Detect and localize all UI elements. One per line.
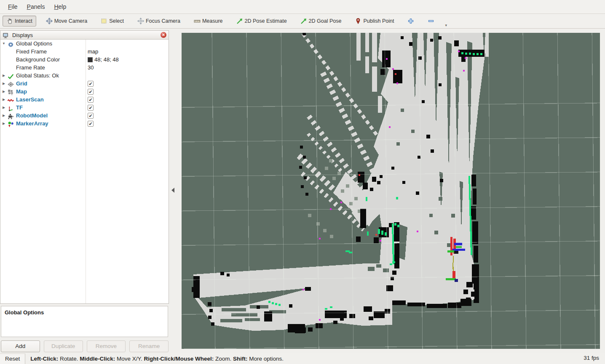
panel-title: Displays bbox=[12, 32, 161, 38]
row-value[interactable]: ✔ bbox=[88, 80, 94, 88]
expander-right-icon[interactable]: ▶ bbox=[0, 74, 7, 77]
row-label: Global Status: Ok bbox=[16, 72, 59, 79]
row-value[interactable]: ✔ bbox=[88, 112, 94, 120]
tree-row-robotmodel[interactable]: ▶RobotModel✔ bbox=[0, 112, 169, 120]
enabled-checkbox[interactable]: ✔ bbox=[88, 89, 94, 95]
tool-label: Select bbox=[109, 18, 124, 24]
row-label: Map bbox=[16, 88, 27, 95]
row-label: Fixed Frame bbox=[16, 48, 47, 55]
tree-row-grid[interactable]: ▶Grid✔ bbox=[0, 80, 169, 88]
enabled-checkbox[interactable]: ✔ bbox=[88, 121, 94, 127]
laserscan-icon bbox=[7, 97, 14, 103]
expander-right-icon[interactable]: ▶ bbox=[0, 114, 7, 117]
markerarray-icon bbox=[7, 121, 14, 127]
row-value[interactable]: ✔ bbox=[88, 120, 94, 128]
enabled-checkbox[interactable]: ✔ bbox=[88, 113, 94, 119]
close-icon[interactable]: ✕ bbox=[161, 32, 166, 38]
tool-label: Measure bbox=[202, 18, 223, 24]
reset-button[interactable]: Reset bbox=[0, 353, 25, 364]
row-value[interactable]: ✔ bbox=[88, 96, 94, 104]
mouse-hints: Left-Click: Rotate. Middle-Click: Move X… bbox=[30, 356, 284, 362]
displays-panel-header[interactable]: Displays ✕ bbox=[0, 31, 169, 40]
expander-down-icon[interactable]: ▼ bbox=[0, 42, 7, 45]
selection-help-title: Global Options bbox=[5, 309, 164, 316]
3d-viewport[interactable] bbox=[182, 33, 600, 349]
tool-2d-goal-pose[interactable]: 2D Goal Pose bbox=[297, 16, 345, 27]
hint-action: Rotate. bbox=[58, 356, 80, 362]
robot-icon bbox=[7, 113, 14, 119]
row-value[interactable]: ✔ bbox=[88, 104, 94, 112]
row-label: Frame Rate bbox=[16, 64, 45, 71]
tree-row-markerarray[interactable]: ▶MarkerArray✔ bbox=[0, 120, 169, 128]
expander-right-icon[interactable]: ▶ bbox=[0, 106, 7, 109]
menu-item-help[interactable]: Help bbox=[49, 1, 71, 12]
tool-measure[interactable]: Measure bbox=[190, 16, 227, 27]
menu-item-panels[interactable]: Panels bbox=[22, 1, 50, 12]
map-pin-icon bbox=[355, 18, 361, 24]
hand-cursor-icon bbox=[6, 18, 13, 24]
add-button[interactable]: Add bbox=[1, 340, 40, 352]
selection-help-box: Global Options bbox=[1, 306, 168, 337]
tool-publish-point[interactable]: Publish Point bbox=[351, 16, 398, 27]
tree-row-map[interactable]: ▶Map✔ bbox=[0, 88, 169, 96]
row-label: RobotModel bbox=[16, 112, 48, 119]
row-label: LaserScan bbox=[16, 96, 44, 103]
rename-button: Rename bbox=[129, 340, 169, 352]
hint-action: Move X/Y. bbox=[115, 356, 144, 362]
row-value[interactable]: 48; 48; 48 bbox=[88, 56, 119, 64]
expander-right-icon[interactable]: ▶ bbox=[0, 122, 7, 125]
tool-label: Interact bbox=[15, 18, 32, 24]
remove-button: Remove bbox=[87, 340, 126, 352]
move-arrows-icon bbox=[46, 18, 53, 24]
hint-key: Left-Click: bbox=[30, 356, 58, 362]
grid-icon bbox=[7, 81, 14, 87]
tool-label: 2D Goal Pose bbox=[309, 18, 342, 24]
panel-collapse-arrow-icon[interactable] bbox=[171, 188, 174, 193]
enabled-checkbox[interactable]: ✔ bbox=[88, 97, 94, 103]
tf-icon bbox=[7, 105, 14, 111]
value-text: 30 bbox=[88, 64, 94, 71]
tree-row-laserscan[interactable]: ▶LaserScan✔ bbox=[0, 96, 169, 104]
tool-2d-pose-estimate[interactable]: 2D Pose Estimate bbox=[233, 16, 291, 27]
tool-focus-camera[interactable]: Focus Camera bbox=[134, 16, 184, 27]
hint-key: Shift: bbox=[233, 356, 248, 362]
ruler-icon bbox=[194, 18, 201, 24]
row-value[interactable]: map bbox=[88, 48, 98, 56]
tool-label: 2D Pose Estimate bbox=[245, 18, 287, 24]
tool-[interactable] bbox=[424, 16, 438, 27]
expander-right-icon[interactable]: ▶ bbox=[0, 98, 7, 101]
hint-action: More options. bbox=[247, 356, 284, 362]
toolbar-overflow-chevron-icon[interactable]: ▾ bbox=[445, 23, 447, 28]
tool-label: Focus Camera bbox=[146, 18, 180, 24]
plus-icon bbox=[407, 18, 414, 24]
row-label: MarkerArray bbox=[16, 120, 48, 127]
fps-counter: 31 fps bbox=[584, 355, 599, 361]
tool-label: Publish Point bbox=[363, 18, 394, 24]
green-arrow-icon bbox=[300, 18, 307, 24]
tool-interact[interactable]: Interact bbox=[3, 16, 36, 27]
enabled-checkbox[interactable]: ✔ bbox=[88, 105, 94, 111]
expander-right-icon[interactable]: ▶ bbox=[0, 82, 7, 85]
expander-right-icon[interactable]: ▶ bbox=[0, 90, 7, 93]
displays-tree: ▼Global OptionsFixed FramemapBackground … bbox=[0, 40, 169, 303]
tool-select[interactable]: Select bbox=[97, 16, 128, 27]
tool-move-camera[interactable]: Move Camera bbox=[42, 16, 91, 27]
menu-item-file[interactable]: File bbox=[3, 1, 22, 12]
hint-action: Zoom. bbox=[214, 356, 233, 362]
tree-row-global-options[interactable]: ▼Global Options bbox=[0, 40, 169, 48]
tree-row-tf[interactable]: ▶TF✔ bbox=[0, 104, 169, 112]
tool-[interactable] bbox=[404, 16, 418, 27]
hint-key: Middle-Click: bbox=[80, 356, 115, 362]
color-swatch bbox=[88, 57, 93, 62]
tree-row-background-color[interactable]: Background Color48; 48; 48 bbox=[0, 56, 169, 64]
row-label: Grid bbox=[16, 80, 27, 87]
tree-row-frame-rate[interactable]: Frame Rate30 bbox=[0, 64, 169, 72]
row-value[interactable]: ✔ bbox=[88, 88, 94, 96]
tree-row-fixed-frame[interactable]: Fixed Framemap bbox=[0, 48, 169, 56]
hint-key: Right-Click/Mouse Wheel: bbox=[144, 356, 214, 362]
check-icon bbox=[7, 73, 14, 79]
map-scene bbox=[182, 33, 600, 349]
enabled-checkbox[interactable]: ✔ bbox=[88, 81, 94, 87]
row-value[interactable]: 30 bbox=[88, 64, 94, 72]
tree-row-global-status-ok[interactable]: ▶Global Status: Ok bbox=[0, 72, 169, 80]
